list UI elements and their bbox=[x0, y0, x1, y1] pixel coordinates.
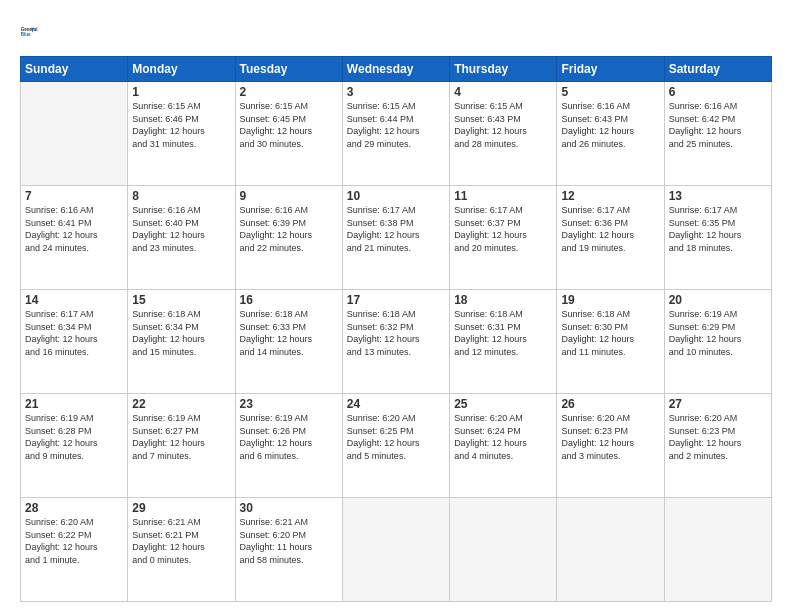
day-info: Sunrise: 6:16 AM Sunset: 6:40 PM Dayligh… bbox=[132, 204, 230, 254]
day-info: Sunrise: 6:20 AM Sunset: 6:25 PM Dayligh… bbox=[347, 412, 445, 462]
calendar-cell: 21Sunrise: 6:19 AM Sunset: 6:28 PM Dayli… bbox=[21, 394, 128, 498]
calendar-cell: 10Sunrise: 6:17 AM Sunset: 6:38 PM Dayli… bbox=[342, 186, 449, 290]
day-number: 19 bbox=[561, 293, 659, 307]
day-info: Sunrise: 6:15 AM Sunset: 6:43 PM Dayligh… bbox=[454, 100, 552, 150]
calendar-cell: 13Sunrise: 6:17 AM Sunset: 6:35 PM Dayli… bbox=[664, 186, 771, 290]
day-info: Sunrise: 6:16 AM Sunset: 6:39 PM Dayligh… bbox=[240, 204, 338, 254]
day-info: Sunrise: 6:16 AM Sunset: 6:42 PM Dayligh… bbox=[669, 100, 767, 150]
day-number: 26 bbox=[561, 397, 659, 411]
calendar-cell: 8Sunrise: 6:16 AM Sunset: 6:40 PM Daylig… bbox=[128, 186, 235, 290]
day-info: Sunrise: 6:15 AM Sunset: 6:46 PM Dayligh… bbox=[132, 100, 230, 150]
calendar-cell: 19Sunrise: 6:18 AM Sunset: 6:30 PM Dayli… bbox=[557, 290, 664, 394]
day-info: Sunrise: 6:17 AM Sunset: 6:37 PM Dayligh… bbox=[454, 204, 552, 254]
day-number: 10 bbox=[347, 189, 445, 203]
day-number: 22 bbox=[132, 397, 230, 411]
day-number: 24 bbox=[347, 397, 445, 411]
calendar-cell: 11Sunrise: 6:17 AM Sunset: 6:37 PM Dayli… bbox=[450, 186, 557, 290]
day-info: Sunrise: 6:18 AM Sunset: 6:32 PM Dayligh… bbox=[347, 308, 445, 358]
calendar-cell: 27Sunrise: 6:20 AM Sunset: 6:23 PM Dayli… bbox=[664, 394, 771, 498]
calendar-cell bbox=[557, 498, 664, 602]
calendar-cell: 24Sunrise: 6:20 AM Sunset: 6:25 PM Dayli… bbox=[342, 394, 449, 498]
day-number: 29 bbox=[132, 501, 230, 515]
logo-icon: General Blue bbox=[20, 18, 48, 46]
calendar-cell: 22Sunrise: 6:19 AM Sunset: 6:27 PM Dayli… bbox=[128, 394, 235, 498]
calendar-header-row: SundayMondayTuesdayWednesdayThursdayFrid… bbox=[21, 57, 772, 82]
calendar-cell: 2Sunrise: 6:15 AM Sunset: 6:45 PM Daylig… bbox=[235, 82, 342, 186]
header: General Blue bbox=[20, 18, 772, 46]
day-info: Sunrise: 6:17 AM Sunset: 6:36 PM Dayligh… bbox=[561, 204, 659, 254]
day-info: Sunrise: 6:18 AM Sunset: 6:30 PM Dayligh… bbox=[561, 308, 659, 358]
calendar-cell: 16Sunrise: 6:18 AM Sunset: 6:33 PM Dayli… bbox=[235, 290, 342, 394]
calendar-header-cell: Wednesday bbox=[342, 57, 449, 82]
day-number: 5 bbox=[561, 85, 659, 99]
calendar-cell: 7Sunrise: 6:16 AM Sunset: 6:41 PM Daylig… bbox=[21, 186, 128, 290]
calendar-cell bbox=[21, 82, 128, 186]
calendar-cell: 28Sunrise: 6:20 AM Sunset: 6:22 PM Dayli… bbox=[21, 498, 128, 602]
calendar-week-row: 1Sunrise: 6:15 AM Sunset: 6:46 PM Daylig… bbox=[21, 82, 772, 186]
calendar-cell bbox=[342, 498, 449, 602]
day-info: Sunrise: 6:18 AM Sunset: 6:33 PM Dayligh… bbox=[240, 308, 338, 358]
calendar-cell: 15Sunrise: 6:18 AM Sunset: 6:34 PM Dayli… bbox=[128, 290, 235, 394]
day-info: Sunrise: 6:21 AM Sunset: 6:21 PM Dayligh… bbox=[132, 516, 230, 566]
calendar-cell: 6Sunrise: 6:16 AM Sunset: 6:42 PM Daylig… bbox=[664, 82, 771, 186]
day-info: Sunrise: 6:19 AM Sunset: 6:26 PM Dayligh… bbox=[240, 412, 338, 462]
day-number: 18 bbox=[454, 293, 552, 307]
day-number: 7 bbox=[25, 189, 123, 203]
day-info: Sunrise: 6:16 AM Sunset: 6:41 PM Dayligh… bbox=[25, 204, 123, 254]
day-number: 8 bbox=[132, 189, 230, 203]
calendar-cell: 3Sunrise: 6:15 AM Sunset: 6:44 PM Daylig… bbox=[342, 82, 449, 186]
calendar-week-row: 7Sunrise: 6:16 AM Sunset: 6:41 PM Daylig… bbox=[21, 186, 772, 290]
day-info: Sunrise: 6:16 AM Sunset: 6:43 PM Dayligh… bbox=[561, 100, 659, 150]
day-info: Sunrise: 6:18 AM Sunset: 6:31 PM Dayligh… bbox=[454, 308, 552, 358]
day-info: Sunrise: 6:17 AM Sunset: 6:34 PM Dayligh… bbox=[25, 308, 123, 358]
day-number: 21 bbox=[25, 397, 123, 411]
calendar-cell: 20Sunrise: 6:19 AM Sunset: 6:29 PM Dayli… bbox=[664, 290, 771, 394]
day-number: 3 bbox=[347, 85, 445, 99]
calendar-header-cell: Monday bbox=[128, 57, 235, 82]
day-number: 17 bbox=[347, 293, 445, 307]
calendar-week-row: 21Sunrise: 6:19 AM Sunset: 6:28 PM Dayli… bbox=[21, 394, 772, 498]
day-number: 11 bbox=[454, 189, 552, 203]
calendar-cell: 29Sunrise: 6:21 AM Sunset: 6:21 PM Dayli… bbox=[128, 498, 235, 602]
calendar-header-cell: Friday bbox=[557, 57, 664, 82]
day-number: 28 bbox=[25, 501, 123, 515]
calendar-cell bbox=[450, 498, 557, 602]
day-number: 13 bbox=[669, 189, 767, 203]
calendar-body: 1Sunrise: 6:15 AM Sunset: 6:46 PM Daylig… bbox=[21, 82, 772, 602]
calendar-week-row: 14Sunrise: 6:17 AM Sunset: 6:34 PM Dayli… bbox=[21, 290, 772, 394]
calendar-cell: 26Sunrise: 6:20 AM Sunset: 6:23 PM Dayli… bbox=[557, 394, 664, 498]
day-number: 27 bbox=[669, 397, 767, 411]
day-info: Sunrise: 6:20 AM Sunset: 6:24 PM Dayligh… bbox=[454, 412, 552, 462]
day-info: Sunrise: 6:19 AM Sunset: 6:29 PM Dayligh… bbox=[669, 308, 767, 358]
day-info: Sunrise: 6:19 AM Sunset: 6:27 PM Dayligh… bbox=[132, 412, 230, 462]
day-number: 25 bbox=[454, 397, 552, 411]
calendar-cell: 1Sunrise: 6:15 AM Sunset: 6:46 PM Daylig… bbox=[128, 82, 235, 186]
day-info: Sunrise: 6:15 AM Sunset: 6:44 PM Dayligh… bbox=[347, 100, 445, 150]
day-number: 9 bbox=[240, 189, 338, 203]
calendar-table: SundayMondayTuesdayWednesdayThursdayFrid… bbox=[20, 56, 772, 602]
page: General Blue SundayMondayTuesdayWednesda… bbox=[0, 0, 792, 612]
day-info: Sunrise: 6:17 AM Sunset: 6:38 PM Dayligh… bbox=[347, 204, 445, 254]
calendar-cell: 14Sunrise: 6:17 AM Sunset: 6:34 PM Dayli… bbox=[21, 290, 128, 394]
calendar-cell: 5Sunrise: 6:16 AM Sunset: 6:43 PM Daylig… bbox=[557, 82, 664, 186]
day-number: 15 bbox=[132, 293, 230, 307]
calendar-cell: 30Sunrise: 6:21 AM Sunset: 6:20 PM Dayli… bbox=[235, 498, 342, 602]
svg-text:General: General bbox=[21, 27, 38, 32]
svg-text:Blue: Blue bbox=[21, 32, 31, 37]
day-info: Sunrise: 6:19 AM Sunset: 6:28 PM Dayligh… bbox=[25, 412, 123, 462]
calendar-cell: 23Sunrise: 6:19 AM Sunset: 6:26 PM Dayli… bbox=[235, 394, 342, 498]
calendar-header-cell: Saturday bbox=[664, 57, 771, 82]
calendar-cell bbox=[664, 498, 771, 602]
calendar-cell: 12Sunrise: 6:17 AM Sunset: 6:36 PM Dayli… bbox=[557, 186, 664, 290]
day-number: 16 bbox=[240, 293, 338, 307]
calendar-cell: 4Sunrise: 6:15 AM Sunset: 6:43 PM Daylig… bbox=[450, 82, 557, 186]
day-number: 4 bbox=[454, 85, 552, 99]
day-info: Sunrise: 6:20 AM Sunset: 6:22 PM Dayligh… bbox=[25, 516, 123, 566]
calendar-cell: 25Sunrise: 6:20 AM Sunset: 6:24 PM Dayli… bbox=[450, 394, 557, 498]
calendar-header-cell: Thursday bbox=[450, 57, 557, 82]
logo: General Blue bbox=[20, 18, 48, 46]
day-number: 14 bbox=[25, 293, 123, 307]
day-info: Sunrise: 6:18 AM Sunset: 6:34 PM Dayligh… bbox=[132, 308, 230, 358]
day-number: 20 bbox=[669, 293, 767, 307]
day-number: 12 bbox=[561, 189, 659, 203]
